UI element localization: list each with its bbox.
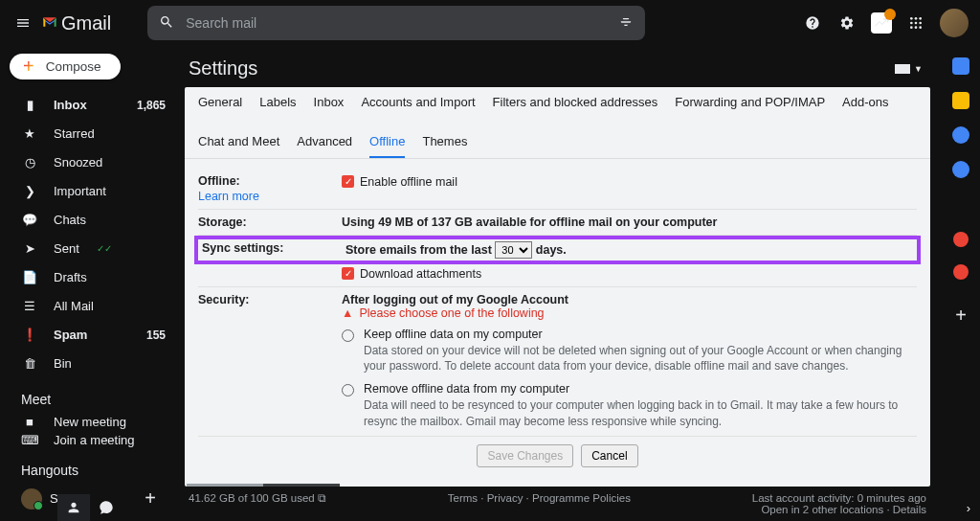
tab-inbox[interactable]: Inbox (314, 95, 345, 117)
arrow-icon: ❯ (21, 184, 38, 198)
tab-themes[interactable]: Themes (422, 134, 467, 158)
tab-labels[interactable]: Labels (259, 95, 296, 117)
cancel-button[interactable]: Cancel (581, 444, 637, 467)
star-icon: ★ (21, 126, 38, 141)
keep-data-radio[interactable]: Keep offline data on my computerData sto… (342, 328, 917, 375)
svg-point-5 (919, 22, 922, 25)
gmail-logo[interactable]: Gmail (42, 11, 111, 35)
search-bar[interactable] (147, 6, 645, 40)
contacts-addon-icon[interactable] (952, 161, 969, 178)
nav-important[interactable]: ❯Important (0, 177, 177, 206)
clock-icon: ◷ (21, 155, 38, 170)
remove-data-radio[interactable]: Remove offline data from my computerData… (342, 382, 917, 430)
side-panel: + (942, 46, 980, 521)
nav-snoozed[interactable]: ◷Snoozed (0, 148, 177, 177)
open-storage-icon[interactable]: ⧉ (318, 492, 326, 504)
hangouts-chat-icon[interactable] (90, 494, 122, 521)
svg-point-7 (915, 26, 918, 29)
collapse-sidepanel-icon[interactable]: › (967, 501, 970, 515)
search-input[interactable] (186, 15, 607, 31)
sync-settings-label: Sync settings: (202, 241, 345, 259)
sync-days-select[interactable]: 30 (495, 241, 532, 259)
warning-icon: ▲ (342, 306, 353, 320)
security-heading: After logging out of my Google Account (342, 293, 568, 306)
storage-used-text: 41.62 GB of 100 GB used (189, 492, 315, 504)
hangouts-avatar (21, 488, 42, 510)
checkbox-checked-icon: ✓ (342, 175, 354, 188)
svg-point-4 (915, 22, 918, 25)
svg-point-0 (910, 17, 913, 20)
support-icon[interactable] (802, 12, 823, 34)
footer-policies[interactable]: Terms · Privacy · Programme Policies (448, 492, 631, 515)
checkbox-checked-icon: ✓ (342, 267, 354, 280)
security-label: Security: (198, 293, 342, 430)
plus-icon: + (23, 56, 34, 78)
hangouts-section-title: Hangouts (0, 449, 177, 484)
sent-icon: ➤ (21, 241, 38, 256)
svg-point-6 (910, 26, 913, 29)
svg-point-2 (919, 17, 922, 20)
nav-drafts[interactable]: 📄Drafts (0, 263, 177, 292)
inbox-icon: ▮ (21, 98, 38, 112)
addon-icon[interactable] (953, 264, 969, 280)
account-details-link[interactable]: Open in 2 other locations · Details (752, 504, 926, 515)
chat-icon: 💬 (21, 213, 38, 227)
calendar-addon-icon[interactable] (952, 57, 969, 75)
hangouts-contacts-icon[interactable] (57, 494, 90, 521)
svg-point-1 (915, 17, 918, 20)
tab-chat-and-meet[interactable]: Chat and Meet (198, 134, 279, 158)
tab-add-ons[interactable]: Add-ons (842, 95, 888, 117)
account-avatar[interactable] (940, 9, 969, 37)
download-attachments-checkbox[interactable]: ✓Download attachments (342, 267, 481, 281)
radio-icon (342, 329, 354, 342)
search-icon (159, 14, 174, 33)
tab-offline[interactable]: Offline (369, 134, 405, 158)
storage-text: Using 49 MB of 137 GB available for offl… (342, 215, 717, 229)
learn-more-link[interactable]: Learn more (198, 190, 342, 203)
get-addons-button[interactable]: + (955, 305, 967, 327)
join-meeting-button[interactable]: ⌨Join a meeting (0, 431, 177, 449)
account-activity-text: Last account activity: 0 minutes ago (752, 492, 926, 504)
nav-starred[interactable]: ★Starred (0, 120, 177, 148)
save-changes-button[interactable]: Save Changes (477, 444, 573, 467)
nav-bin[interactable]: 🗑Bin (0, 350, 177, 378)
keep-addon-icon[interactable] (952, 92, 969, 109)
settings-heading: Settings (189, 57, 257, 79)
radio-icon (342, 384, 354, 396)
gmail-m-icon (42, 11, 57, 35)
compose-label: Compose (46, 59, 101, 74)
svg-point-8 (919, 26, 922, 29)
gmail-wordmark: Gmail (61, 12, 111, 34)
addon-icon[interactable] (953, 232, 969, 247)
nav-inbox[interactable]: ▮Inbox1,865 (0, 91, 177, 120)
density-toggle[interactable]: ▼ (895, 64, 930, 74)
compose-button[interactable]: +Compose (10, 54, 121, 79)
apps-grid-icon[interactable] (905, 12, 926, 34)
meet-section-title: Meet (0, 378, 177, 413)
storage-progress-bar (187, 484, 340, 487)
search-options-icon[interactable] (618, 14, 634, 33)
new-meeting-button[interactable]: ■New meeting (0, 413, 177, 431)
tab-general[interactable]: General (198, 95, 242, 117)
settings-gear-icon[interactable] (836, 12, 858, 34)
hangouts-add-button[interactable]: + (145, 487, 156, 510)
notifications-icon[interactable] (871, 12, 892, 34)
tab-forwarding-and-pop-imap[interactable]: Forwarding and POP/IMAP (675, 95, 825, 117)
nav-spam[interactable]: ❗Spam155 (0, 321, 177, 350)
tasks-addon-icon[interactable] (952, 126, 969, 144)
main-menu-button[interactable] (11, 11, 34, 34)
enable-offline-checkbox[interactable]: ✓Enable offline mail (342, 175, 457, 189)
nav-chats[interactable]: 💬Chats (0, 206, 177, 235)
nav-all-mail[interactable]: ☰All Mail (0, 292, 177, 321)
tab-advanced[interactable]: Advanced (297, 134, 352, 158)
tab-filters-and-blocked-addresses[interactable]: Filters and blocked addresses (493, 95, 658, 117)
trash-icon: 🗑 (21, 356, 38, 371)
stack-icon: ☰ (21, 299, 38, 313)
security-warning: Please choose one of the following (359, 306, 544, 320)
sent-checks-icon: ✓✓ (97, 243, 112, 254)
spam-icon: ❗ (21, 328, 38, 342)
keyboard-icon: ⌨ (21, 433, 38, 447)
nav-sent[interactable]: ➤Sent✓✓ (0, 235, 177, 263)
tab-accounts-and-import[interactable]: Accounts and Import (361, 95, 475, 117)
camera-icon: ■ (21, 415, 38, 429)
